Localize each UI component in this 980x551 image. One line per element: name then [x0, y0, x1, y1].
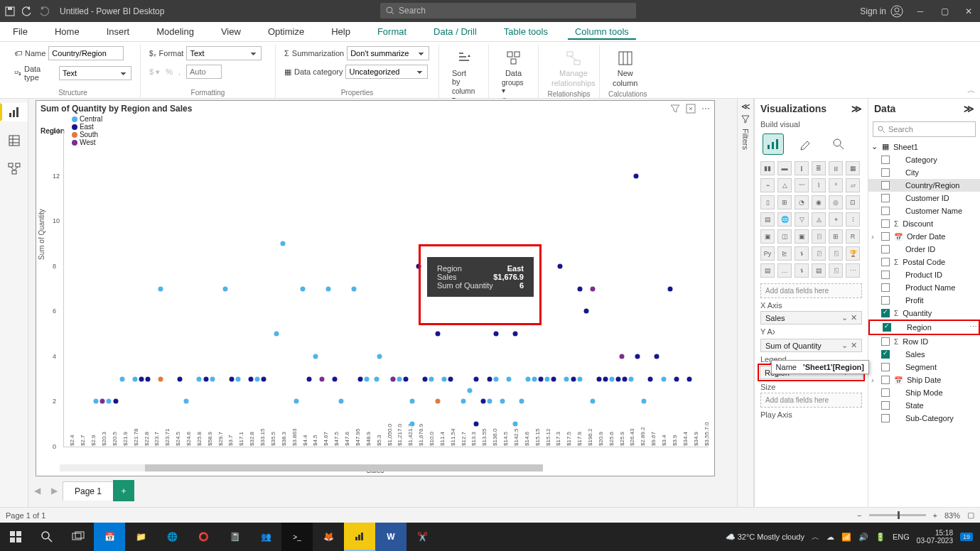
viz-type-icon[interactable]: ⫮ — [795, 246, 809, 261]
datatype-select[interactable]: Text — [59, 66, 131, 80]
app-terminal-icon[interactable]: >_ — [281, 523, 313, 551]
app-chrome-icon[interactable]: ⭕ — [188, 523, 219, 551]
data-point[interactable] — [184, 399, 189, 404]
field-customer-id[interactable]: Customer ID — [868, 192, 980, 204]
app-word-icon[interactable]: W — [375, 523, 406, 551]
viz-type-icon[interactable]: 🏆 — [846, 246, 860, 261]
field-city[interactable]: City — [868, 166, 980, 179]
focus-mode-icon[interactable] — [686, 104, 696, 114]
data-point[interactable] — [616, 376, 621, 381]
viz-type-icon[interactable]: ▱ — [846, 178, 860, 192]
close-icon[interactable]: ✕ — [962, 4, 976, 18]
viz-type-icon[interactable]: ▤ — [812, 263, 826, 278]
tray-volume-icon[interactable]: 🔊 — [858, 533, 868, 542]
viz-type-icon[interactable]: ⊵ — [777, 246, 792, 261]
more-options-icon[interactable]: ⋯ — [701, 104, 710, 114]
format-visual-mode-icon[interactable] — [796, 134, 816, 154]
field-discount[interactable]: ΣDiscount — [868, 217, 980, 230]
data-point[interactable] — [197, 376, 202, 381]
fields-search[interactable]: Search — [873, 121, 976, 137]
viz-type-icon[interactable]: ⍂ — [829, 263, 843, 278]
legend-item[interactable]: East — [72, 123, 102, 131]
start-icon[interactable] — [0, 523, 31, 551]
data-point[interactable] — [374, 376, 379, 381]
data-point[interactable] — [139, 376, 144, 381]
yaxis-chip[interactable]: Sum of Quantity⌄✕ — [760, 339, 862, 352]
data-point[interactable] — [390, 376, 395, 381]
sort-by-column-button[interactable]: Sort bycolumn ▾ — [448, 46, 480, 106]
size-slot[interactable]: Add data fields here — [760, 393, 862, 408]
viz-type-icon[interactable]: ⊞ — [777, 195, 792, 209]
field-ship-mode[interactable]: Ship Mode — [868, 386, 980, 399]
data-point[interactable] — [596, 376, 601, 381]
data-point[interactable] — [429, 376, 434, 381]
menu-optimize[interactable]: Optimize — [261, 23, 311, 40]
data-point[interactable] — [667, 286, 672, 291]
notifications-icon[interactable]: 19 — [960, 533, 973, 541]
data-point[interactable] — [577, 286, 582, 291]
data-point[interactable] — [590, 399, 595, 404]
field-sales[interactable]: Sales — [868, 348, 980, 361]
data-point[interactable] — [249, 376, 254, 381]
report-view-icon[interactable] — [0, 103, 28, 121]
data-point[interactable] — [474, 422, 479, 427]
scatter-visual[interactable]: ⋯ Sum of Quantity by Region and Sales Re… — [36, 100, 715, 476]
data-view-icon[interactable] — [5, 131, 23, 150]
data-point[interactable] — [255, 376, 260, 381]
data-point[interactable] — [642, 399, 647, 404]
viz-type-icon[interactable]: ▬ — [777, 161, 792, 175]
data-point[interactable] — [623, 376, 628, 381]
table-node[interactable]: ⌄▦Sheet1 — [868, 140, 980, 153]
data-point[interactable] — [493, 332, 498, 337]
data-point[interactable] — [461, 399, 466, 404]
tray-battery-icon[interactable]: 🔋 — [876, 533, 885, 542]
data-point[interactable] — [158, 376, 163, 381]
menu-insert[interactable]: Insert — [99, 23, 137, 40]
viz-type-icon[interactable]: ⍁ — [812, 246, 826, 261]
data-point[interactable] — [551, 376, 556, 381]
tray-lang[interactable]: ENG — [893, 533, 910, 541]
weather-widget[interactable]: ☁️ 32°C Mostly cloudy — [726, 533, 804, 542]
values-slot[interactable]: Add data fields here — [760, 283, 862, 298]
data-point[interactable] — [100, 399, 105, 404]
viz-type-icon[interactable]: Py — [760, 246, 775, 261]
menu-data-drill[interactable]: Data / Drill — [426, 23, 484, 40]
viz-type-icon[interactable]: R — [846, 229, 860, 244]
menu-format[interactable]: Format — [370, 23, 414, 40]
format-select[interactable]: Text — [186, 46, 262, 60]
model-view-icon[interactable] — [5, 160, 23, 178]
viz-type-icon[interactable]: ⍂ — [829, 246, 843, 261]
tray-wifi-icon[interactable]: 📶 — [841, 533, 851, 542]
data-point[interactable] — [145, 376, 150, 381]
viz-type-icon[interactable]: ⊞ — [829, 229, 843, 244]
data-point[interactable] — [448, 376, 453, 381]
data-point[interactable] — [532, 376, 537, 381]
field-quantity[interactable]: ΣQuantity — [868, 307, 980, 320]
data-point[interactable] — [365, 376, 370, 381]
data-point[interactable] — [132, 376, 137, 381]
summarization-select[interactable]: Don't summarize — [347, 46, 429, 60]
data-point[interactable] — [352, 286, 357, 291]
data-point[interactable] — [332, 376, 337, 381]
expand-filters-icon[interactable]: ≪ — [741, 102, 750, 111]
viz-type-icon[interactable]: ◔ — [795, 195, 809, 209]
expand-data-icon[interactable]: ≫ — [964, 103, 974, 114]
task-view-icon[interactable] — [63, 523, 94, 551]
viz-type-icon[interactable]: ⌸ — [812, 229, 826, 244]
data-point[interactable] — [539, 376, 544, 381]
data-point[interactable] — [235, 376, 240, 381]
field-order-date[interactable]: ›📅Order Date — [868, 230, 980, 243]
maximize-icon[interactable]: ▢ — [937, 4, 952, 18]
report-canvas[interactable]: ⋯ Sum of Quantity by Region and Sales Re… — [28, 99, 737, 507]
percent-icon[interactable]: % — [166, 67, 173, 76]
data-point[interactable] — [674, 376, 679, 381]
data-point[interactable] — [403, 376, 408, 381]
viz-type-icon[interactable]: ▤ — [760, 263, 775, 278]
viz-type-icon[interactable]: … — [777, 263, 792, 278]
tray-chevron-icon[interactable]: ︿ — [812, 532, 819, 542]
data-point[interactable] — [468, 388, 473, 393]
data-point[interactable] — [620, 354, 625, 359]
viz-type-icon[interactable]: ▯ — [760, 195, 775, 209]
data-point[interactable] — [358, 376, 363, 381]
data-point[interactable] — [300, 286, 305, 291]
